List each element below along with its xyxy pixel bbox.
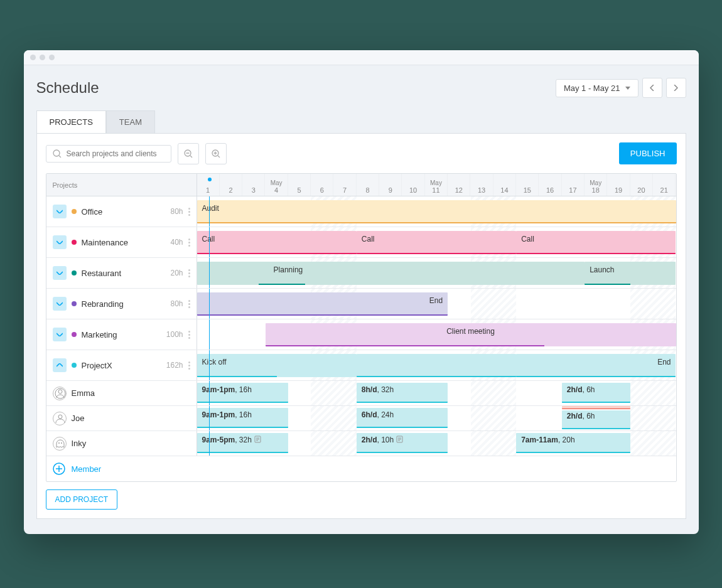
project-timeline: Client meeting [197, 319, 676, 350]
assignment-bar[interactable]: 2h/d, 6h [562, 410, 630, 429]
milestone-bar[interactable]: End [197, 292, 448, 316]
publish-button[interactable]: PUBLISH [619, 142, 677, 164]
project-color-dot [72, 240, 77, 245]
svg-point-0 [53, 150, 60, 156]
project-name: Maintenance [82, 238, 166, 247]
schedule-grid: Projects 123May45678910May11121314151617… [46, 173, 677, 482]
assignment-bar[interactable]: 2h/d, 6h [562, 383, 630, 403]
day-header: 16 [539, 174, 561, 196]
day-header: 6 [311, 174, 333, 196]
projects-column-header: Projects [46, 174, 197, 196]
project-name: Office [82, 207, 166, 216]
milestone-bar[interactable]: Kick off [197, 354, 357, 377]
milestone-bar[interactable]: Call [197, 231, 357, 254]
prev-range-button[interactable] [642, 78, 662, 98]
member-name: Joe [72, 414, 190, 423]
milestone-bar[interactable]: Call [516, 231, 676, 254]
member-timeline: 9am-5pm, 32h2h/d, 10h7am-11am, 20h [197, 431, 676, 456]
project-row: Restaurant 20h PlanningLaunch [46, 258, 676, 289]
next-range-button[interactable] [666, 78, 686, 98]
project-hours: 162h [166, 361, 183, 370]
plus-circle-icon [53, 462, 65, 475]
assignment-bar[interactable]: 6h/d, 24h [357, 408, 448, 428]
project-row: Marketing 100h Client meeting [46, 319, 676, 350]
svg-point-12 [58, 442, 60, 444]
add-member-button[interactable]: Member [46, 456, 676, 481]
drag-handle-icon[interactable] [188, 361, 190, 370]
project-row: Rebranding 80h End [46, 289, 676, 319]
timeline-header: 123May45678910May11121314151617May181920… [197, 174, 676, 196]
day-header: 13 [470, 174, 493, 196]
project-hours: 80h [170, 299, 183, 308]
project-row: ProjectX 162h Kick offEnd [46, 350, 676, 381]
chevron-right-icon [674, 85, 678, 91]
overbooked-strip [562, 406, 630, 409]
project-name: Restaurant [82, 269, 166, 278]
day-header: 12 [448, 174, 470, 196]
assignment-bar[interactable]: 8h/d, 32h [357, 383, 448, 403]
drag-handle-icon[interactable] [188, 208, 190, 216]
milestone-bar[interactable]: Client meeting [266, 323, 676, 346]
member-row: Emma9am-1pm, 16h8h/d, 32h2h/d, 6h [46, 381, 676, 406]
drag-handle-icon[interactable] [188, 238, 190, 247]
app-window: Schedule May 1 - May 21 PROJECTS TEAM [24, 50, 699, 534]
assignment-bar[interactable]: 9am-1pm, 16h [197, 408, 288, 428]
day-header: 8 [357, 174, 379, 196]
search-icon [53, 149, 62, 158]
day-header: 17 [562, 174, 585, 196]
milestone-bar[interactable]: Call [357, 231, 516, 254]
date-range-picker[interactable]: May 1 - May 21 [556, 79, 638, 97]
drag-handle-icon[interactable] [188, 331, 190, 339]
tab-team[interactable]: TEAM [106, 110, 155, 133]
project-row: Office 80h Audit [46, 196, 676, 227]
expand-toggle[interactable] [53, 358, 67, 372]
svg-line-3 [190, 156, 192, 158]
add-project-button[interactable]: ADD PROJECT [46, 489, 118, 510]
member-name: Inky [72, 439, 190, 448]
expand-toggle[interactable] [53, 235, 67, 249]
day-header: 20 [630, 174, 653, 196]
assignment-bar[interactable]: 9am-1pm, 16h [197, 383, 288, 403]
zoom-in-button[interactable] [205, 143, 227, 164]
tab-projects[interactable]: PROJECTS [36, 110, 106, 133]
drag-handle-icon[interactable] [188, 269, 190, 277]
expand-toggle[interactable] [53, 297, 67, 311]
traffic-dot [49, 55, 55, 60]
milestone-bar[interactable]: Audit [197, 200, 676, 223]
milestone-bar[interactable]: End [516, 354, 676, 377]
day-header: 9 [379, 174, 402, 196]
member-timeline: 9am-1pm, 16h8h/d, 32h2h/d, 6h [197, 381, 676, 405]
day-header: 10 [402, 174, 424, 196]
assignment-bar[interactable]: 9am-5pm, 32h [197, 433, 288, 453]
drag-handle-icon[interactable] [188, 300, 190, 308]
day-header: 5 [288, 174, 311, 196]
expand-toggle[interactable] [53, 205, 67, 218]
caret-down-icon [625, 87, 630, 90]
chevron-down-icon [57, 271, 63, 275]
project-hours: 40h [170, 238, 183, 247]
search-input-wrapper[interactable] [46, 145, 171, 163]
project-color-dot [72, 301, 77, 306]
milestone-bar[interactable]: Planning [197, 262, 585, 285]
avatar-icon [53, 387, 67, 400]
chevron-down-icon [57, 240, 63, 244]
expand-toggle[interactable] [53, 266, 67, 280]
search-input[interactable] [67, 149, 164, 158]
note-icon [396, 436, 403, 443]
assignment-bar[interactable]: 7am-11am, 20h [516, 433, 630, 453]
add-member-label: Member [72, 464, 102, 474]
project-color-dot [72, 363, 77, 368]
assignment-bar[interactable]: 2h/d, 10h [357, 433, 448, 453]
day-header: May11 [425, 174, 448, 196]
project-name: ProjectX [82, 361, 161, 370]
milestone-bar[interactable] [357, 354, 516, 377]
svg-line-1 [59, 156, 61, 158]
now-marker-icon [208, 178, 212, 181]
zoom-in-icon [211, 149, 221, 159]
milestone-bar[interactable]: Launch [585, 262, 676, 285]
expand-toggle[interactable] [53, 328, 67, 341]
zoom-out-button[interactable] [178, 143, 199, 164]
day-header: May4 [265, 174, 288, 196]
traffic-dot [30, 55, 36, 60]
member-row: Joe9am-1pm, 16h6h/d, 24h2h/d, 6h [46, 406, 676, 431]
